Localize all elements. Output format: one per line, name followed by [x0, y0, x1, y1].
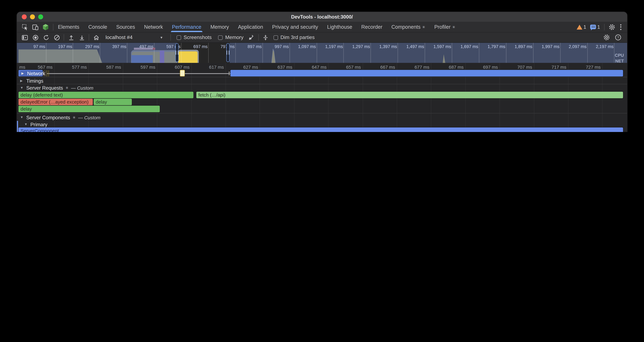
overview-right-handle[interactable]	[226, 43, 230, 62]
toggle-sidebar-icon[interactable]	[20, 33, 29, 42]
message-count: 1	[597, 24, 600, 30]
history-select-value: localhost #4	[106, 35, 132, 40]
overview-left-handle[interactable]	[176, 43, 179, 62]
tab-sources[interactable]: Sources	[112, 22, 140, 32]
primary-group-header[interactable]: ▼ Primary	[17, 121, 627, 128]
network-track-label: Network	[27, 71, 45, 76]
timeline-entry[interactable]	[230, 70, 623, 77]
overview-tick	[208, 43, 209, 63]
server-components-row: ServerComponent	[17, 127, 627, 132]
network-track[interactable]: ▶ Network	[17, 70, 627, 77]
overview-tick-label: 1,497 ms	[400, 44, 424, 49]
settings-gear-icon[interactable]	[609, 24, 615, 30]
tab-privacy-and-security[interactable]: Privacy and security	[268, 22, 323, 32]
expand-icon: ▶	[22, 72, 25, 75]
tab-profiler[interactable]: Profiler✳	[430, 22, 460, 32]
timeline-entry[interactable]: delay	[94, 99, 132, 105]
timeline-entry[interactable]	[180, 70, 185, 77]
timeline-entry[interactable]: fetch (…/api)	[196, 92, 623, 98]
overview-tick	[316, 43, 317, 63]
react-atom-icon: ✳	[452, 25, 456, 29]
overview-tick	[344, 43, 344, 63]
record-and-reload-icon[interactable]	[42, 33, 50, 42]
svg-text:?: ?	[617, 36, 619, 40]
chat-bubble-icon	[590, 25, 596, 29]
screenshots-checkbox[interactable]: Screenshots	[176, 35, 212, 40]
overview-tick-label: 1,697 ms	[454, 44, 478, 49]
server-requests-label: Server Requests	[26, 85, 63, 91]
tab-lighthouse[interactable]: Lighthouse	[323, 22, 357, 32]
help-icon[interactable]: ?	[615, 34, 621, 41]
warning-count: 1	[584, 24, 586, 30]
overview-tick-label: 997 ms	[264, 44, 289, 49]
server-requests-header[interactable]: ▼ Server Requests ✳ — Custom	[17, 84, 627, 91]
record-icon[interactable]	[31, 33, 40, 42]
overview-tick	[181, 43, 182, 63]
network-event-tick	[48, 70, 49, 77]
save-profile-icon[interactable]	[77, 33, 86, 42]
overview-tick-label: 1,597 ms	[426, 44, 451, 49]
tab-performance[interactable]: Performance	[168, 22, 206, 32]
collapse-icon: ▼	[20, 116, 24, 119]
warning-icon	[576, 25, 582, 29]
timeline-entry[interactable]: delayedError (…ayed exception)	[18, 99, 93, 105]
timeline-overview[interactable]: 97 ms197 ms297 ms397 ms497 ms597 ms697 m…	[17, 43, 627, 63]
dim-3rd-parties-checkbox[interactable]: Dim 3rd parties	[274, 35, 315, 40]
overview-tick	[506, 43, 506, 63]
load-profile-icon[interactable]	[66, 33, 76, 42]
garbage-collect-icon[interactable]	[247, 33, 256, 42]
timeline-entry[interactable]: delay	[18, 106, 160, 112]
tab-memory[interactable]: Memory	[206, 22, 234, 32]
window-title: DevTools - localhost:3000/	[17, 14, 627, 20]
overview-tick	[614, 43, 615, 63]
tab-components[interactable]: Components✳	[387, 22, 430, 32]
more-options-icon[interactable]	[619, 23, 622, 31]
memory-checkbox[interactable]: Memory	[218, 35, 244, 40]
tab-label: Elements	[58, 24, 79, 30]
messages-badge[interactable]: 1	[590, 24, 600, 30]
tab-label: Profiler	[434, 24, 451, 30]
overview-tick	[533, 43, 534, 63]
tab-elements[interactable]: Elements	[54, 22, 84, 32]
ruler-tick-label: 727 ms	[571, 65, 601, 70]
network-track-header[interactable]: ▶ Network	[20, 71, 46, 76]
overview-tick-label: 1,197 ms	[318, 44, 343, 49]
device-toolbar-icon[interactable]	[32, 24, 38, 30]
tab-network[interactable]: Network	[140, 22, 168, 32]
collapse-tracks-icon[interactable]	[261, 33, 270, 42]
ruler-tick-label: 577 ms	[57, 65, 87, 70]
capture-settings-gear-icon[interactable]	[603, 34, 610, 41]
primary-group-accent	[17, 121, 18, 132]
ruler-tick-label: 687 ms	[434, 65, 464, 70]
timeline-entry[interactable]: delay (deferred text)	[18, 92, 194, 98]
screenshots-checkbox-box	[176, 35, 181, 40]
server-requests-row: delayedError (…ayed exception)delay	[17, 99, 627, 106]
clear-icon[interactable]	[52, 33, 61, 42]
server-components-header[interactable]: ▼ Server Components ✳ — Custom	[17, 114, 627, 121]
ruler-tick-label: 617 ms	[194, 65, 224, 70]
tab-application[interactable]: Application	[234, 22, 268, 32]
tab-label: Sources	[116, 24, 135, 30]
home-icon[interactable]	[92, 33, 100, 42]
issues-warning-badge[interactable]: 1	[576, 24, 586, 30]
inspect-element-icon[interactable]	[22, 24, 28, 30]
overview-tick	[587, 43, 588, 63]
screenshots-label: Screenshots	[184, 35, 212, 40]
server-requests-row: delay (deferred text)fetch (…/api)	[17, 92, 627, 99]
overview-tick-label: 1,397 ms	[372, 44, 397, 49]
tab-recorder[interactable]: Recorder	[357, 22, 387, 32]
overview-tick	[235, 43, 236, 63]
ruler-tick-label: 647 ms	[297, 65, 326, 70]
chevron-down-icon: ▼	[160, 36, 163, 39]
tab-console[interactable]: Console	[84, 22, 112, 32]
react-devtools-icon	[42, 24, 49, 30]
timings-track[interactable]: ▶ Timings	[17, 77, 627, 84]
ruler-tick-label: 587 ms	[92, 65, 121, 70]
server-requests-row: delay	[17, 106, 627, 113]
ruler-tick-label: 637 ms	[263, 65, 292, 70]
timeline-entry-label: delayedError (…ayed exception)	[20, 100, 88, 104]
timeline-entry[interactable]: ServerComponent	[18, 127, 623, 132]
devtools-tabbar: ElementsConsoleSourcesNetworkPerformance…	[17, 22, 627, 32]
overview-tick	[479, 43, 479, 63]
history-select[interactable]: localhost #4 ▼	[103, 34, 166, 41]
